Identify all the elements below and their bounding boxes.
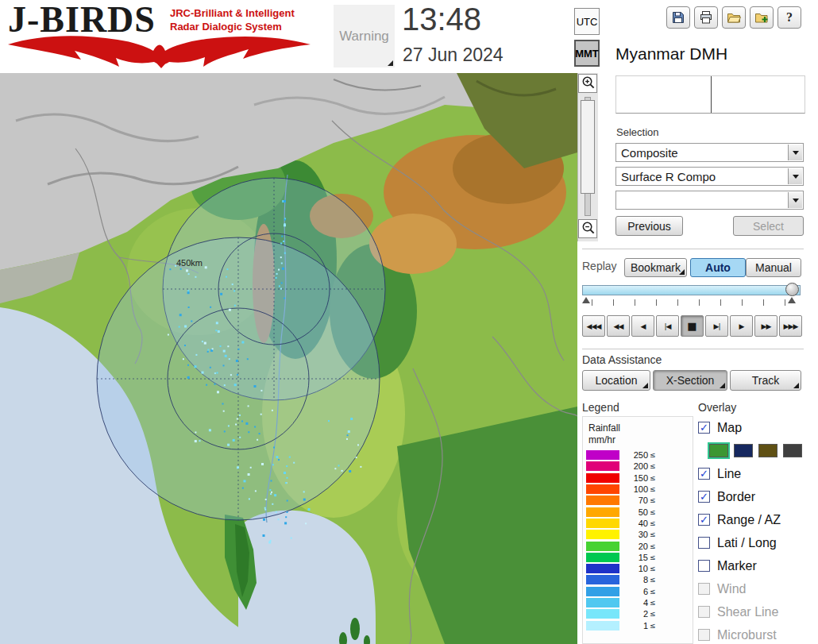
border-checkbox[interactable]: ✓ — [698, 491, 710, 503]
print-icon — [699, 10, 713, 25]
import-icon — [754, 10, 769, 25]
timezone-utc-button[interactable]: UTC — [574, 8, 600, 35]
legend-row: 8≤ — [586, 574, 689, 585]
playback-stop-button[interactable]: ■ — [681, 315, 704, 337]
replay-mode-manual-button[interactable]: Manual — [746, 258, 801, 277]
legend-color-swatch — [586, 621, 619, 631]
overlay-item-lati-long[interactable]: Lati / Long — [698, 531, 814, 554]
legend-value: 250 — [619, 450, 648, 460]
overlay-item-border[interactable]: ✓Border — [698, 485, 814, 508]
overlay-item-line[interactable]: ✓Line — [698, 462, 814, 485]
legend-value: 100 — [619, 484, 648, 494]
range-ring-label: 450km — [176, 258, 203, 268]
legend-title: Legend — [582, 401, 619, 414]
map-swatch-2[interactable] — [758, 444, 777, 457]
legend-unit-line1: Rainfall — [588, 422, 620, 434]
open-folder-button[interactable] — [722, 6, 746, 29]
map-swatch-3[interactable] — [783, 444, 802, 457]
playback-step-forward-button[interactable]: ▶| — [705, 315, 728, 337]
legend-row: 200≤ — [586, 461, 689, 472]
zoom-out-icon — [581, 220, 596, 237]
overlay-label: Range / AZ — [717, 513, 781, 527]
replay-timeline-slider[interactable] — [582, 285, 801, 295]
legend-row: 250≤ — [586, 449, 689, 461]
location-button[interactable]: Location — [582, 370, 650, 391]
legend-color-swatch — [586, 542, 619, 551]
overlay-item-marker[interactable]: Marker — [698, 554, 814, 577]
warning-button[interactable]: Warning — [334, 5, 395, 67]
overlay-label: Marker — [717, 559, 757, 573]
lati-long-checkbox[interactable] — [698, 537, 710, 549]
map-swatch-1[interactable] — [734, 444, 753, 457]
clock-date: 27 Jun 2024 — [403, 44, 504, 66]
map-checkbox[interactable]: ✓ — [698, 422, 710, 434]
playback-play-button[interactable]: ▶ — [730, 315, 753, 337]
logo-subtitle-line1: JRC-Brilliant & Intelligent — [170, 7, 295, 21]
legend-color-swatch — [586, 461, 619, 471]
legend-color-swatch — [586, 575, 619, 584]
legend-value: 50 — [619, 507, 648, 517]
divider — [582, 249, 804, 250]
import-button[interactable] — [750, 6, 774, 29]
playback-fast-forward-button[interactable]: ▶▶ — [754, 315, 777, 337]
bookmark-button[interactable]: Bookmark — [624, 258, 687, 277]
zoom-slider-thumb[interactable] — [581, 100, 595, 194]
playback-first-reverse-button[interactable]: ◀◀◀ — [582, 315, 605, 337]
x-section-button[interactable]: X-Section — [653, 370, 727, 391]
print-button[interactable] — [694, 6, 718, 29]
product-name-dropdown[interactable]: Surface R Compo — [615, 167, 804, 186]
replay-mode-auto-button[interactable]: Auto — [690, 258, 746, 277]
data-assistance-label: Data Assistance — [582, 353, 662, 366]
legend-row: 50≤ — [586, 506, 689, 517]
legend-row: 1≤ — [586, 619, 689, 631]
station-list[interactable] — [615, 75, 805, 114]
legend-color-swatch — [586, 598, 619, 607]
replay-slider-thumb[interactable] — [785, 283, 799, 296]
overlay-item-map[interactable]: ✓Map — [698, 416, 814, 439]
range-az-checkbox[interactable]: ✓ — [698, 514, 710, 526]
warning-label: Warning — [339, 29, 389, 44]
legend-value: 70 — [619, 496, 648, 505]
product-option-dropdown[interactable] — [615, 191, 804, 210]
legend-lte-sign: ≤ — [650, 622, 656, 630]
dropdown-arrow-icon[interactable] — [788, 192, 802, 208]
marker-checkbox[interactable] — [698, 560, 710, 572]
save-button[interactable] — [666, 6, 690, 29]
overlay-label: Wind — [717, 582, 746, 596]
overlay-item-shear-line[interactable]: Shear Line — [698, 600, 814, 623]
legend-color-swatch — [586, 587, 619, 596]
overlay-item-wind[interactable]: Wind — [698, 577, 814, 600]
line-checkbox[interactable]: ✓ — [698, 468, 710, 480]
legend-unit-line2: mm/hr — [588, 434, 615, 445]
radar-map[interactable]: 450km — [0, 73, 577, 644]
legend-value: 2 — [619, 609, 648, 619]
select-button[interactable]: Select — [733, 216, 804, 236]
product-type-dropdown[interactable]: Composite — [615, 143, 804, 162]
map-swatch-0[interactable] — [709, 444, 728, 457]
playback-last-forward-button[interactable]: ▶▶▶ — [779, 315, 802, 337]
playback-fast-reverse-button[interactable]: ◀◀ — [607, 315, 630, 337]
open-folder-icon — [727, 10, 741, 25]
legend-value: 1 — [619, 621, 648, 631]
legend-color-swatch — [586, 519, 619, 528]
overlay-label: Lati / Long — [717, 536, 777, 550]
zoom-in-button[interactable] — [578, 74, 597, 93]
legend-value: 20 — [619, 542, 648, 551]
timezone-mmt-button[interactable]: MMT — [574, 40, 600, 67]
overlay-item-microburst[interactable]: Microburst — [698, 623, 814, 644]
dropdown-arrow-icon[interactable] — [788, 168, 802, 184]
help-button[interactable]: ? — [777, 6, 801, 29]
track-button[interactable]: Track — [730, 370, 801, 391]
legend-lte-sign: ≤ — [650, 553, 656, 561]
previous-button[interactable]: Previous — [615, 216, 683, 236]
overlay-item-range-az[interactable]: ✓Range / AZ — [698, 508, 814, 531]
legend-lte-sign: ≤ — [650, 474, 656, 482]
dropdown-arrow-icon[interactable] — [788, 145, 802, 160]
zoom-out-button[interactable] — [578, 219, 597, 238]
wind-checkbox — [698, 583, 710, 595]
legend-lte-sign: ≤ — [650, 588, 656, 596]
playback-reverse-play-button[interactable]: ◀ — [631, 315, 654, 337]
legend-color-swatch — [586, 609, 619, 619]
overlay-label: Border — [717, 490, 755, 504]
playback-step-back-button[interactable]: |◀ — [656, 315, 679, 337]
